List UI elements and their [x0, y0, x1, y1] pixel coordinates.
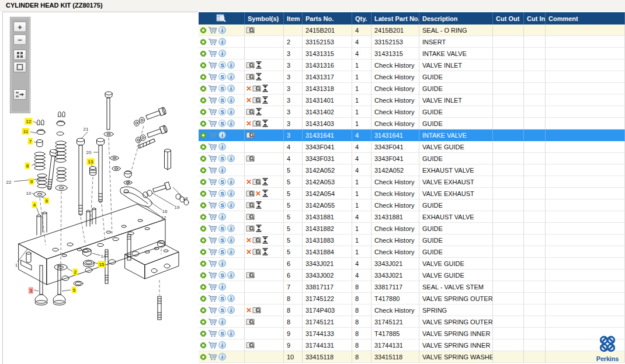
- diagram-callout-17[interactable]: 17: [160, 215, 168, 221]
- table-row[interactable]: i2415B20142415B201SEAL - O RING: [199, 24, 625, 36]
- info-badge[interactable]: i: [218, 131, 226, 139]
- cart-icon[interactable]: [208, 73, 217, 80]
- diagram-callout-18[interactable]: 18: [182, 195, 189, 202]
- table-row[interactable]: Si✕3314314011Check HistoryVALVE INLET: [199, 94, 625, 106]
- info-badge[interactable]: i: [227, 155, 235, 162]
- supersession-badge[interactable]: S: [218, 201, 226, 209]
- parts-book-icon[interactable]: [246, 74, 255, 80]
- parts-book-icon[interactable]: [252, 97, 261, 104]
- diagram-callout-13[interactable]: 13: [87, 159, 95, 165]
- info-badge[interactable]: i: [218, 50, 226, 57]
- parts-book-icon[interactable]: [246, 342, 255, 349]
- gear-icon[interactable]: [200, 307, 207, 314]
- supersession-badge[interactable]: S: [218, 73, 226, 80]
- fit-view-button[interactable]: [13, 62, 26, 72]
- info-badge[interactable]: i: [227, 178, 235, 186]
- parts-book-icon[interactable]: [246, 108, 255, 116]
- info-badge[interactable]: i: [218, 213, 226, 220]
- table-row[interactable]: i733817117833817117SEAL - VALVE STEM: [199, 281, 625, 293]
- info-badge[interactable]: i: [218, 260, 226, 267]
- parts-book-icon[interactable]: [246, 190, 255, 197]
- info-badge[interactable]: i: [218, 143, 226, 150]
- gear-icon[interactable]: [200, 225, 207, 232]
- supersession-badge[interactable]: S: [218, 178, 226, 186]
- info-badge[interactable]: i: [227, 96, 235, 104]
- cart-icon[interactable]: [208, 120, 217, 127]
- cart-icon[interactable]: [208, 271, 217, 279]
- gear-icon[interactable]: [200, 284, 207, 290]
- supersession-badge[interactable]: S: [218, 61, 226, 69]
- cart-icon[interactable]: [208, 248, 217, 256]
- table-row[interactable]: i43343F04143343F041VALVE GUIDE: [199, 141, 625, 153]
- parts-book-icon[interactable]: [252, 120, 261, 127]
- cart-icon[interactable]: [208, 131, 217, 139]
- table-row[interactable]: Si63343J00243343J021VALVE GUIDE: [199, 270, 625, 281]
- cart-icon[interactable]: [208, 61, 217, 69]
- info-badge[interactable]: i: [218, 318, 226, 326]
- diagram-callout-2[interactable]: 2: [73, 269, 78, 275]
- cart-icon[interactable]: [208, 38, 217, 46]
- parts-book-icon[interactable]: [246, 27, 255, 34]
- not-available-icon[interactable]: ✕: [246, 97, 252, 104]
- table-row[interactable]: Si✕3314313181Check HistoryGUIDE: [199, 83, 625, 94]
- diagram-callout-7[interactable]: 7: [28, 138, 33, 145]
- not-available-icon[interactable]: ✕: [246, 178, 252, 186]
- diagram-callout-20[interactable]: 20: [85, 149, 93, 156]
- gear-icon[interactable]: [200, 74, 207, 80]
- parts-book-icon[interactable]: [246, 225, 255, 232]
- table-row[interactable]: Si3314314021Check HistoryGUIDE: [199, 106, 625, 118]
- diagram-callout-11[interactable]: 11: [22, 128, 29, 135]
- cart-icon[interactable]: [208, 295, 217, 302]
- diagram-callout-4[interactable]: 4: [32, 202, 37, 208]
- info-badge[interactable]: i: [227, 120, 235, 127]
- table-row[interactable]: i931744131831744131VALVE SPRING INNER: [199, 340, 625, 351]
- table-row[interactable]: Si8317451228T417880VALVE SPRING OUTER: [199, 293, 625, 304]
- diagram-callout-3[interactable]: 3: [29, 288, 33, 294]
- table-row[interactable]: i331431315431431315INTAKE VALVE: [199, 48, 625, 60]
- gear-icon[interactable]: [200, 108, 207, 116]
- cart-icon[interactable]: [208, 166, 217, 174]
- supersession-badge[interactable]: S: [218, 236, 226, 244]
- gear-icon[interactable]: [200, 214, 207, 220]
- cart-icon[interactable]: [208, 306, 217, 314]
- info-badge[interactable]: i: [218, 283, 226, 290]
- cart-icon[interactable]: [208, 155, 217, 162]
- info-badge[interactable]: i: [227, 85, 235, 92]
- gear-icon[interactable]: [200, 97, 207, 104]
- supersession-badge[interactable]: S: [218, 225, 226, 232]
- info-badge[interactable]: i: [227, 225, 235, 232]
- parts-book-icon[interactable]: [252, 85, 261, 92]
- supersession-badge[interactable]: S: [218, 96, 226, 104]
- table-row[interactable]: Si53142A0551Check HistoryGUIDE: [199, 200, 625, 211]
- cart-icon[interactable]: [208, 85, 217, 92]
- info-badge[interactable]: i: [227, 330, 235, 337]
- gear-icon[interactable]: [200, 62, 207, 69]
- table-row[interactable]: i331431641431431641INTAKE VALVE: [199, 130, 625, 141]
- table-row[interactable]: Si✕5314318831Check HistoryGUIDE: [199, 235, 625, 246]
- info-badge[interactable]: i: [218, 26, 226, 34]
- info-badge[interactable]: i: [218, 38, 226, 46]
- tile-view-button[interactable]: [13, 50, 26, 60]
- cart-icon[interactable]: [208, 341, 217, 349]
- info-badge[interactable]: i: [227, 236, 235, 244]
- supersession-badge[interactable]: S: [218, 306, 226, 314]
- info-badge[interactable]: i: [227, 271, 235, 279]
- parts-book-icon[interactable]: [246, 202, 255, 209]
- table-row[interactable]: Si3314313171Check HistoryGUIDE: [199, 71, 625, 83]
- cart-icon[interactable]: [208, 26, 217, 34]
- diagram-callout-8[interactable]: 8: [25, 163, 30, 169]
- supersession-badge[interactable]: S: [218, 190, 226, 197]
- parts-book-icon[interactable]: [252, 237, 261, 244]
- cart-icon[interactable]: [208, 236, 217, 244]
- table-row[interactable]: Si✕83174P4038Check HistorySPRING: [199, 304, 625, 316]
- cart-icon[interactable]: [208, 190, 217, 197]
- table-row[interactable]: i233152153433152153INSERT: [199, 36, 625, 48]
- gear-icon[interactable]: [200, 249, 207, 256]
- gear-icon[interactable]: [200, 50, 207, 57]
- gear-icon[interactable]: [200, 354, 207, 360]
- diagram-callout-22[interactable]: 22: [5, 179, 13, 186]
- cart-icon[interactable]: [208, 353, 217, 360]
- gear-icon[interactable]: [200, 38, 207, 46]
- parts-book-icon[interactable]: [246, 318, 255, 326]
- info-badge[interactable]: i: [227, 190, 235, 197]
